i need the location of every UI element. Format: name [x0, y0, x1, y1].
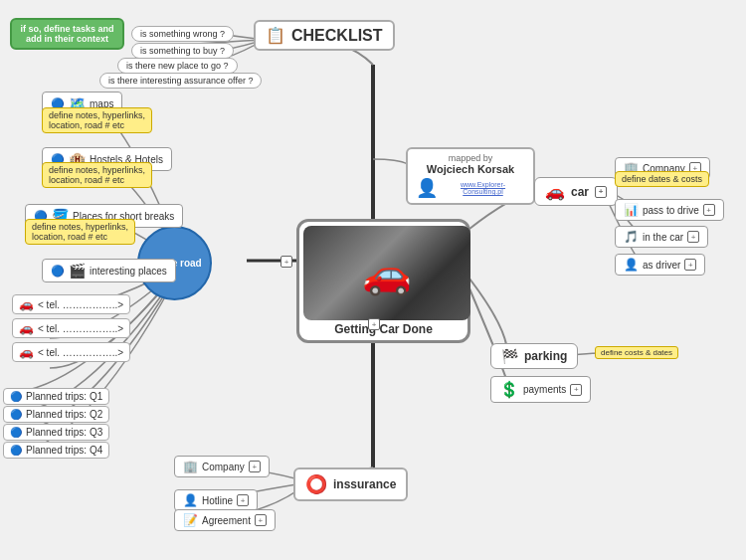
tel-1[interactable]: 🚗 < tel. ……………..> [12, 294, 130, 314]
mapped-by-node: mapped by Wojciech Korsak 👤 www.Explorer… [406, 147, 535, 205]
as-driver[interactable]: 👤 as driver + [615, 254, 705, 276]
maps-note: define notes, hyperlinks, location, road… [42, 107, 152, 133]
question-3[interactable]: is there new place to go ? [117, 58, 238, 74]
expand-ins-agreement[interactable]: + [255, 514, 267, 526]
pass-to-drive[interactable]: 📊 pass to drive + [615, 199, 724, 221]
expand-car[interactable]: + [595, 186, 607, 198]
insurance-company[interactable]: 🏢 Company + [174, 456, 270, 477]
interesting-node[interactable]: 🔵 🎬 interesting places [42, 259, 176, 282]
question-4[interactable]: is there interesting assurance offer ? [99, 73, 262, 89]
tel-3[interactable]: 🚗 < tel. ……………..> [12, 342, 130, 362]
payments-label: payments [523, 384, 566, 395]
breaks-note: define notes, hyperlinks, location, road… [25, 219, 135, 245]
expand-as-driver[interactable]: + [684, 259, 696, 271]
planned-q3-label: Planned trips: Q3 [26, 427, 102, 438]
insurance-agreement-label: Agreement [202, 515, 251, 526]
expand-payments[interactable]: + [570, 384, 582, 396]
expand-on-the-road[interactable]: + [280, 256, 292, 268]
planned-q1-label: Planned trips: Q1 [26, 391, 102, 402]
planned-q1[interactable]: 🔵 Planned trips: Q1 [3, 388, 109, 405]
insurance-hotline-label: Hotline [202, 495, 233, 506]
car-label: car [571, 185, 589, 199]
task-box-label: if so, define tasks and add in their con… [20, 24, 113, 44]
tel-1-label: < tel. ……………..> [38, 299, 123, 310]
car-image [303, 226, 470, 320]
central-label: Getting Car Done [303, 322, 464, 336]
mapped-by-line1: mapped by [416, 153, 525, 163]
planned-q2[interactable]: 🔵 Planned trips: Q2 [3, 406, 109, 423]
expand-pass[interactable]: + [703, 204, 715, 216]
insurance-label: inssurance [333, 477, 396, 491]
insurance-company-label: Company [202, 462, 245, 472]
planned-q3[interactable]: 🔵 Planned trips: Q3 [3, 424, 109, 441]
interesting-label: interesting places [90, 266, 167, 277]
mapped-by-line3: www.Explorer-Consulting.pl [441, 181, 525, 195]
insurance-hotline[interactable]: 👤 Hotline + [174, 489, 258, 511]
payments-node[interactable]: 💲 payments + [490, 376, 591, 403]
central-node[interactable]: Getting Car Done [296, 219, 470, 343]
parking-node[interactable]: 🏁 parking [490, 343, 578, 369]
tel-2-label: < tel. ……………..> [38, 323, 123, 334]
checklist-node[interactable]: 📋 CHECKLIST [254, 20, 395, 51]
task-box: if so, define tasks and add in their con… [10, 18, 124, 50]
planned-q4[interactable]: 🔵 Planned trips: Q4 [3, 442, 109, 459]
in-the-car-label: in the car [643, 232, 683, 243]
hotels-note: define notes, hyperlinks, location, road… [42, 162, 152, 188]
expand-ins-company[interactable]: + [249, 461, 261, 472]
mapped-by-line2: Wojciech Korsak [416, 163, 525, 175]
as-driver-label: as driver [643, 260, 680, 271]
expand-ins-hotline[interactable]: + [237, 494, 249, 506]
pass-to-drive-label: pass to drive [643, 205, 699, 216]
insurance-icon: ⭕ [305, 473, 327, 495]
checklist-icon: 📋 [266, 26, 285, 45]
insurance-node[interactable]: ⭕ inssurance [293, 467, 408, 501]
expand-in-car[interactable]: + [687, 231, 699, 243]
planned-q4-label: Planned trips: Q4 [26, 445, 102, 456]
question-1[interactable]: is something wrong ? [131, 26, 234, 42]
parking-label: parking [524, 349, 567, 363]
tel-3-label: < tel. ……………..> [38, 347, 123, 358]
tel-2[interactable]: 🚗 < tel. ……………..> [12, 318, 130, 338]
checklist-label: CHECKLIST [291, 27, 383, 45]
question-2[interactable]: is something to buy ? [131, 43, 234, 59]
company-right-note: define dates & costs [615, 171, 709, 187]
in-the-car[interactable]: 🎵 in the car + [615, 226, 708, 248]
insurance-agreement[interactable]: 📝 Agreement + [174, 509, 276, 531]
parking-define-costs: define costs & dates [595, 346, 678, 359]
planned-q2-label: Planned trips: Q2 [26, 409, 102, 420]
car-node[interactable]: 🚗 car + [534, 177, 618, 206]
expand-central[interactable]: + [368, 318, 380, 330]
